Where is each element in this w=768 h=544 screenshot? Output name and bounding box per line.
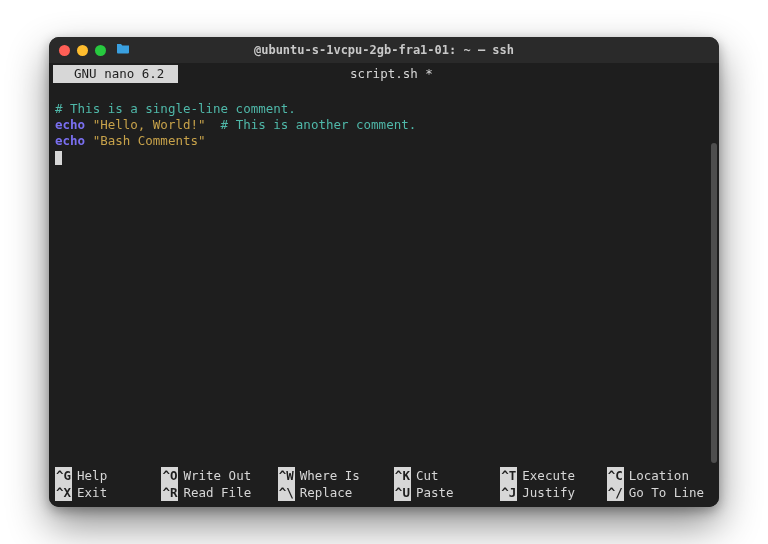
cursor-icon [55, 151, 62, 165]
shortcut-key: ^K [394, 467, 411, 484]
window-title: @ubuntu-s-1vcpu-2gb-fra1-01: ~ — ssh [49, 43, 719, 57]
shortcut-key: ^W [278, 467, 295, 484]
nano-shortcuts: ^GHelp ^OWrite Out ^WWhere Is ^KCut ^TEx… [49, 465, 719, 507]
shortcut-label: Help [77, 467, 107, 484]
terminal-window: @ubuntu-s-1vcpu-2gb-fra1-01: ~ — ssh GNU… [49, 37, 719, 507]
close-icon[interactable] [59, 45, 70, 56]
scrollbar[interactable] [711, 143, 717, 463]
zoom-icon[interactable] [95, 45, 106, 56]
code-string: "Bash Comments" [93, 133, 206, 148]
shortcut-key: ^O [161, 467, 178, 484]
titlebar: @ubuntu-s-1vcpu-2gb-fra1-01: ~ — ssh [49, 37, 719, 63]
shortcut-key: ^C [607, 467, 624, 484]
shortcut-key: ^R [161, 484, 178, 501]
shortcut-label: Go To Line [629, 484, 704, 501]
shortcut-key: ^U [394, 484, 411, 501]
shortcut-key: ^/ [607, 484, 624, 501]
minimize-icon[interactable] [77, 45, 88, 56]
shortcut-label: Where Is [300, 467, 360, 484]
editor-area[interactable]: # This is a single-line comment. echo "H… [49, 83, 719, 465]
shortcut-label: Execute [522, 467, 575, 484]
folder-icon [116, 43, 130, 57]
shortcut-label: Write Out [183, 467, 251, 484]
shortcut-key: ^J [500, 484, 517, 501]
code-string: "Hello, World!" [93, 117, 206, 132]
shortcut-label: Cut [416, 467, 439, 484]
shortcut-key: ^\ [278, 484, 295, 501]
nano-header: GNU nano 6.2 script.sh * [49, 63, 719, 83]
shortcut-label: Replace [300, 484, 353, 501]
code-comment: # This is a single-line comment. [55, 101, 296, 116]
shortcut-label: Exit [77, 484, 107, 501]
shortcut-label: Read File [183, 484, 251, 501]
shortcut-label: Paste [416, 484, 454, 501]
code-keyword: echo [55, 133, 85, 148]
shortcut-row: ^XExit ^RRead File ^\Replace ^UPaste ^JJ… [55, 484, 713, 501]
shortcut-key: ^G [55, 467, 72, 484]
nano-filename: script.sh * [178, 65, 605, 83]
shortcut-key: ^T [500, 467, 517, 484]
nano-version: GNU nano 6.2 [53, 65, 178, 83]
shortcut-row: ^GHelp ^OWrite Out ^WWhere Is ^KCut ^TEx… [55, 467, 713, 484]
shortcut-label: Location [629, 467, 689, 484]
shortcut-label: Justify [522, 484, 575, 501]
code-keyword: echo [55, 117, 85, 132]
shortcut-key: ^X [55, 484, 72, 501]
code-comment: # This is another comment. [206, 117, 417, 132]
traffic-lights [59, 45, 106, 56]
